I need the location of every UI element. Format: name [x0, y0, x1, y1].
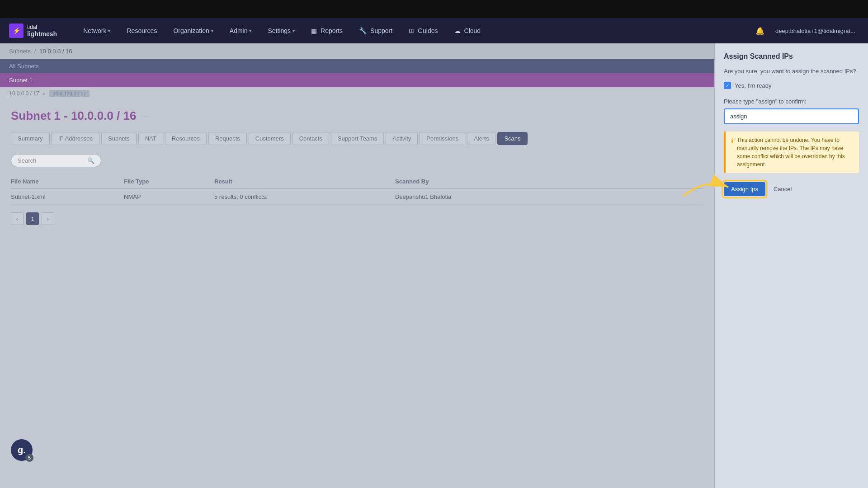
notification-bell-icon[interactable]: 🔔 [752, 23, 768, 39]
page-title: Subnet 1 - 10.0.0.0 / 16 ··· [11, 109, 703, 123]
pagination: ‹ 1 › [11, 212, 703, 225]
nav-guides[interactable]: ⊞ Guides [401, 18, 446, 43]
bar-chart-icon: ▦ [311, 27, 317, 34]
nav-cloud[interactable]: ☁ Cloud [446, 18, 489, 43]
subnet-row-2[interactable]: 10.0.0.0 / 17 ▸ 10.0.128.0 / 17 [0, 87, 714, 100]
right-panel: Assign Scanned IPs Are you sure, you wan… [714, 43, 868, 488]
breadcrumb: Subnets / 10.0.0.0 / 16 [0, 43, 714, 59]
tab-summary[interactable]: Summary [11, 132, 50, 145]
guides-icon: ⊞ [409, 27, 414, 34]
tab-customers[interactable]: Customers [249, 132, 291, 145]
cell-file-name: Subnet-1.xml [11, 193, 124, 200]
nav-admin[interactable]: Admin ▾ [222, 18, 260, 43]
tab-nat[interactable]: NAT [138, 132, 163, 145]
navbar: ⚡ tidal lightmesh Network ▾ Resources Or… [0, 18, 868, 43]
scans-table: File Name File Type Result Scanned By Su… [11, 174, 703, 205]
warning-icon: ℹ [731, 136, 733, 169]
subnet-chip: 10.0.128.0 / 17 [49, 90, 90, 97]
tab-contacts[interactable]: Contacts [292, 132, 329, 145]
col-scanned-by: Scanned By [395, 178, 508, 185]
subnet-all-item[interactable]: All Subnets [0, 59, 714, 73]
nav-settings[interactable]: Settings ▾ [259, 18, 303, 43]
breadcrumb-parent[interactable]: Subnets [9, 48, 31, 55]
page-1-button[interactable]: 1 [26, 212, 39, 225]
avatar-badge: 5 [25, 454, 33, 462]
chevron-down-icon: ▾ [292, 28, 295, 33]
col-file-name: File Name [11, 178, 124, 185]
subnet-1-item[interactable]: Subnet 1 [0, 73, 714, 87]
col-file-type: File Type [124, 178, 214, 185]
chevron-down-icon: ▾ [108, 28, 110, 33]
prev-page-button[interactable]: ‹ [11, 212, 24, 225]
warning-text: This action cannot be undone. You have t… [737, 136, 854, 169]
subnet-tree: All Subnets Subnet 1 10.0.0.0 / 17 ▸ 10.… [0, 59, 714, 100]
logo-text: tidal lightmesh [27, 24, 57, 38]
panel-buttons: Assign Ips Cancel [724, 182, 859, 196]
support-icon: 🔧 [359, 27, 367, 34]
cell-result: 5 results, 0 conflicts. [214, 193, 395, 200]
logo-icon: ⚡ [9, 23, 24, 38]
nav-resources[interactable]: Resources [118, 18, 165, 43]
confirm-input[interactable] [724, 108, 859, 124]
table-header: File Name File Type Result Scanned By [11, 174, 703, 189]
table-row: Subnet-1.xml NMAP 5 results, 0 conflicts… [11, 189, 703, 205]
cell-file-type: NMAP [124, 193, 214, 200]
breadcrumb-current: 10.0.0.0 / 16 [39, 48, 72, 55]
logo[interactable]: ⚡ tidal lightmesh [9, 23, 57, 38]
subnet-row2-label: 10.0.0.0 / 17 [9, 90, 39, 97]
warning-box: ℹ This action cannot be undone. You have… [724, 131, 859, 173]
panel-question: Are you sure, you want to assign the sca… [724, 68, 859, 75]
page-title-menu-icon[interactable]: ··· [142, 111, 148, 121]
nav-support[interactable]: 🔧 Support [351, 18, 401, 43]
cell-scanned-by: Deepanshu1 Bhalotia [395, 193, 508, 200]
nav-reports[interactable]: ▦ Reports [303, 18, 351, 43]
page-content: Subnet 1 - 10.0.0.0 / 16 ··· Summary IP … [0, 100, 714, 234]
nav-user[interactable]: deep.bhalotia+1@tidalmigrat... [772, 28, 859, 34]
tab-ip-addresses[interactable]: IP Addresses [52, 132, 99, 145]
avatar[interactable]: g. 5 [11, 439, 33, 461]
panel-title: Assign Scanned IPs [724, 52, 859, 61]
nav-items: Network ▾ Resources Organization ▾ Admin… [75, 18, 752, 43]
checkbox-row: ✓ Yes, I'm ready [724, 82, 859, 89]
nav-network[interactable]: Network ▾ [75, 18, 118, 43]
tab-requests[interactable]: Requests [208, 132, 247, 145]
next-page-button[interactable]: › [42, 212, 54, 225]
cancel-button[interactable]: Cancel [770, 182, 795, 196]
content-area: Subnets / 10.0.0.0 / 16 All Subnets Subn… [0, 43, 714, 488]
main-layout: Subnets / 10.0.0.0 / 16 All Subnets Subn… [0, 43, 868, 488]
chevron-down-icon: ▾ [211, 28, 213, 33]
checkbox-label: Yes, I'm ready [735, 82, 772, 89]
confirm-label: Please type "assign" to confirm: [724, 98, 859, 105]
nav-right: 🔔 deep.bhalotia+1@tidalmigrat... [752, 23, 859, 39]
tabs: Summary IP Addresses Subnets NAT Resourc… [11, 132, 703, 145]
breadcrumb-separator: / [34, 48, 36, 55]
tab-alerts[interactable]: Alerts [467, 132, 495, 145]
ready-checkbox[interactable]: ✓ [724, 82, 731, 89]
search-bar: 🔍 [11, 154, 101, 167]
tab-subnets[interactable]: Subnets [101, 132, 137, 145]
tab-resources[interactable]: Resources [165, 132, 207, 145]
assign-ips-button[interactable]: Assign Ips [724, 182, 765, 196]
chevron-down-icon: ▾ [249, 28, 251, 33]
tab-permissions[interactable]: Permissions [420, 132, 465, 145]
search-input[interactable] [18, 157, 84, 164]
search-icon: 🔍 [87, 157, 94, 164]
col-result: Result [214, 178, 395, 185]
nav-organization[interactable]: Organization ▾ [165, 18, 221, 43]
tab-support-teams[interactable]: Support Teams [331, 132, 384, 145]
tab-activity[interactable]: Activity [386, 132, 418, 145]
cloud-icon: ☁ [454, 27, 461, 34]
top-bar [0, 0, 868, 18]
tab-scans[interactable]: Scans [497, 132, 527, 145]
